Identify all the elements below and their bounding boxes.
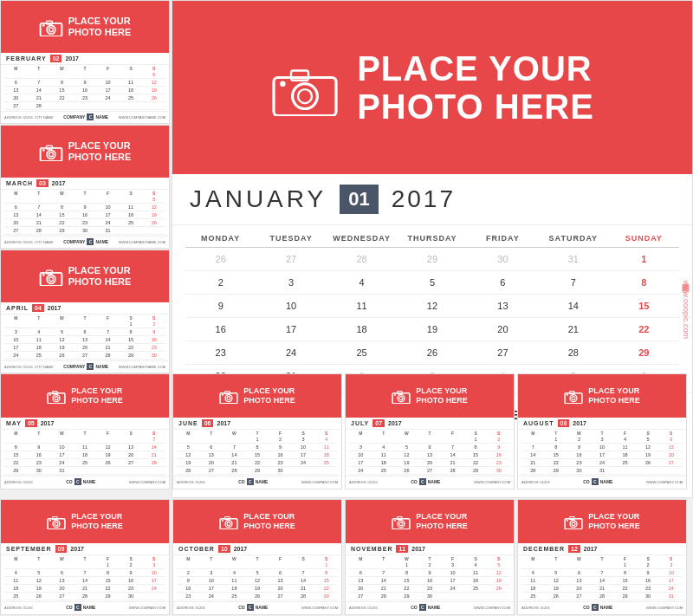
apr-grid: MTWTFSS 12 3456789 10111213141516 171819… — [1, 314, 169, 360]
mar-footer: ADDRESS: 01256, CITY NAME COMPANY C NAME… — [1, 236, 169, 247]
cam-icon-nov — [392, 514, 411, 529]
feb-photo-text: PLACE YOURPHOTO HERE — [68, 16, 132, 38]
jun-photo-area: PLACE YOURPHOTO HERE — [173, 374, 341, 418]
svg-point-16 — [47, 275, 55, 283]
cal-cell: 16 — [185, 321, 256, 338]
cal-row-1: 26 27 28 29 30 31 1 — [185, 248, 679, 271]
main-month-name: JANUARY — [190, 185, 327, 213]
col-thu: THURSDAY — [397, 234, 467, 243]
sep-photo-text: PLACE YOURPHOTO HERE — [71, 512, 122, 531]
svg-point-27 — [227, 397, 230, 400]
cal-cell: 4 — [327, 274, 397, 291]
cal-cell: 27 — [468, 344, 538, 361]
cal-row-2: 2 3 4 5 6 7 8 — [185, 271, 679, 295]
cal-cell: 6 — [468, 274, 538, 291]
feb-grid: MTWTFSS 5 6789101112 13141516171819 2021… — [1, 65, 169, 111]
cal-august: PLACE YOURPHOTO HERE AUGUST 08 2017 MTWT… — [517, 373, 687, 490]
svg-point-32 — [399, 397, 403, 400]
cal-cell: 29 — [609, 344, 679, 361]
may-photo-text: PLACE YOURPHOTO HERE — [71, 386, 122, 405]
main-photo-area: PLACE YOURPHOTO HERE — [172, 1, 692, 174]
svg-point-24 — [49, 394, 51, 396]
cal-february: PLACE YOURPHOTO HERE FEBRUARY 02 2017 MT… — [0, 0, 170, 124]
cal-cell: 20 — [468, 321, 538, 338]
cam-icon-jun — [219, 388, 238, 404]
jul-photo-area: PLACE YOURPHOTO HERE — [346, 374, 514, 418]
cal-cell: 22 — [609, 321, 679, 338]
sep-photo-area: PLACE YOURPHOTO HERE — [1, 500, 169, 543]
mar-year: 2017 — [52, 180, 66, 186]
cal-row-4: 16 17 18 19 20 21 22 — [185, 318, 679, 341]
mar-grid: MTWTFSS 5 6789101112 13141516171819 2021… — [1, 190, 169, 236]
cal-cell: 31 — [538, 250, 608, 268]
cal-cell: 28 — [538, 344, 608, 361]
cal-row-3: 9 10 11 12 13 14 15 — [185, 295, 679, 318]
cam-icon-dec — [564, 514, 583, 529]
cam-icon-mar — [39, 142, 63, 161]
feb-month-row: FEBRUARY 02 2017 — [1, 53, 169, 65]
col-mon: MONDAY — [185, 234, 256, 243]
mar-month-row: MARCH 03 2017 — [1, 178, 169, 190]
jul-photo-text: PLACE YOURPHOTO HERE — [416, 386, 467, 405]
svg-point-54 — [394, 520, 396, 522]
apr-month-name: APRIL — [6, 305, 29, 311]
svg-point-6 — [47, 25, 55, 34]
feb-month-name: FEBRUARY — [6, 55, 47, 62]
cal-cell: 13 — [468, 297, 538, 314]
cal-cell: 7 — [538, 274, 608, 291]
svg-point-26 — [225, 395, 232, 402]
svg-point-39 — [567, 394, 568, 396]
cam-icon-jul — [392, 388, 411, 404]
cal-cell: 26 — [185, 250, 256, 268]
cal-november: PLACE YOURPHOTO HERE NOVEMBER 11 2017 MT… — [345, 499, 515, 615]
cal-cell: 17 — [256, 321, 326, 338]
main-calendar-grid: MONDAY TUESDAY WEDNESDAY THURSDAY FRIDAY… — [172, 225, 692, 392]
cal-cell: 2 — [185, 274, 256, 291]
cal-cell: 29 — [397, 250, 467, 268]
cal-header-row: MONDAY TUESDAY WEDNESDAY THURSDAY FRIDAY… — [185, 230, 679, 248]
svg-point-46 — [225, 521, 232, 528]
apr-photo-text: PLACE YOURPHOTO HERE — [68, 265, 132, 288]
cal-cell: 11 — [327, 297, 397, 314]
col-fri: FRIDAY — [468, 234, 538, 243]
svg-point-57 — [572, 522, 575, 526]
apr-month-num: 04 — [32, 304, 44, 312]
cam-icon-apr — [39, 267, 63, 286]
cal-cell: 19 — [397, 321, 467, 338]
mar-month-num: 03 — [36, 179, 49, 187]
svg-point-17 — [49, 277, 53, 282]
svg-point-1 — [293, 83, 318, 108]
svg-point-29 — [222, 394, 223, 396]
svg-point-11 — [47, 150, 55, 159]
col-sun: SUNDAY — [609, 234, 679, 243]
svg-point-14 — [42, 149, 45, 152]
oct-photo-text: PLACE YOURPHOTO HERE — [243, 512, 295, 531]
cal-march: PLACE YOURPHOTO HERE MARCH 03 2017 MTWTF… — [0, 125, 170, 249]
mar-photo-area: PLACE YOURPHOTO HERE — [1, 126, 169, 178]
cal-cell: 1 — [609, 250, 679, 268]
cal-cell: 12 — [397, 297, 467, 314]
cam-icon-may — [47, 388, 66, 404]
svg-point-44 — [49, 520, 51, 522]
svg-point-22 — [55, 397, 58, 400]
apr-photo-area: PLACE YOURPHOTO HERE — [1, 250, 169, 302]
aug-photo-text: PLACE YOURPHOTO HERE — [588, 386, 639, 405]
cal-may: PLACE YOURPHOTO HERE MAY 05 2017 MTWTFSS… — [0, 373, 170, 490]
feb-month-num: 02 — [50, 55, 62, 62]
svg-point-21 — [53, 395, 60, 402]
cam-icon-oct — [219, 514, 238, 529]
camera-icon-large — [270, 60, 340, 116]
cal-cell: 15 — [609, 297, 679, 314]
feb-photo-area: PLACE YOURPHOTO HERE — [1, 1, 169, 53]
cal-cell: 21 — [538, 321, 608, 338]
svg-point-4 — [280, 81, 285, 86]
nov-photo-area: PLACE YOURPHOTO HERE — [346, 500, 514, 543]
nov-photo-text: PLACE YOURPHOTO HERE — [416, 512, 467, 531]
cal-december: PLACE YOURPHOTO HERE DECEMBER 12 2017 MT… — [517, 499, 687, 615]
svg-point-49 — [222, 520, 223, 522]
main-year: 2017 — [392, 185, 456, 213]
cal-june: PLACE YOURPHOTO HERE JUNE 06 2017 MTWTFS… — [172, 373, 342, 490]
apr-footer: ADDRESS: 01256, CITY NAME COMPANY C NAME… — [1, 360, 169, 372]
svg-point-47 — [227, 522, 230, 526]
svg-point-56 — [570, 521, 577, 528]
